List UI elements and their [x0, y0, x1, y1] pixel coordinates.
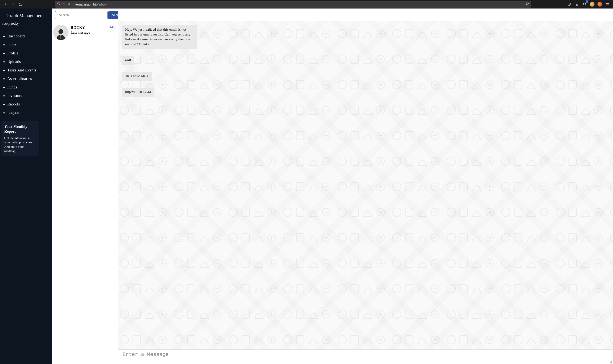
app-root: Graph Management rocky rocky Dashboard I… — [0, 9, 613, 364]
report-card-title: Your Monthly Report — [4, 124, 36, 134]
avatar — [53, 25, 68, 40]
search-input[interactable] — [55, 11, 108, 19]
conversation-last-label: Last message — [71, 30, 108, 35]
conversation-date: 14/2 — [110, 25, 116, 29]
conversation-info: ROCKY Last message — [71, 25, 108, 35]
chat-area: Hey, We just realized that this email is… — [118, 9, 613, 364]
message-bubble: Hey, We just realized that this email is… — [122, 25, 197, 49]
conversations-column: Search ROCKY Last message 14/2 — [52, 9, 118, 364]
address-bar[interactable]: internal.graph.htb/inbox — [55, 1, 531, 8]
nav-list: Dashboard Inbox Profile Uploads Tasks An… — [0, 32, 52, 117]
message-bubble: http://10.10.17.44 — [122, 88, 154, 97]
nav-logout[interactable]: Logout — [7, 108, 52, 117]
downloads-icon[interactable] — [573, 1, 580, 8]
reload-button[interactable] — [17, 1, 24, 8]
message-input[interactable] — [118, 350, 613, 363]
nav-dashboard[interactable]: Dashboard — [7, 32, 52, 40]
messages-list[interactable]: Hey, We just realized that this email is… — [118, 21, 613, 350]
shield-icon[interactable] — [57, 2, 60, 6]
sidebar: Graph Management rocky rocky Dashboard I… — [0, 9, 52, 364]
extensions-icon[interactable]: 5 — [581, 1, 588, 8]
browser-toolbar: internal.graph.htb/inbox 5 — [0, 0, 613, 9]
nav-profile[interactable]: Profile — [7, 49, 52, 57]
nav-asset-libraries[interactable]: Asset Libraries — [7, 74, 52, 83]
chat-header-spacer — [118, 9, 613, 21]
nav-inbox[interactable]: Inbox — [7, 40, 52, 49]
svg-point-4 — [58, 29, 63, 34]
nav-funds[interactable]: Funds — [7, 83, 52, 91]
nav-reports[interactable]: Reports — [7, 100, 52, 108]
svg-point-2 — [70, 3, 70, 4]
lock-insecure-icon[interactable] — [62, 2, 66, 6]
site-security-icons — [57, 2, 71, 6]
conversation-name: ROCKY — [71, 26, 108, 30]
report-card-body: Get the info about all your deals, pros,… — [4, 136, 36, 153]
bookmark-star-icon[interactable] — [525, 2, 529, 7]
nav-tasks-events[interactable]: Tasks And Events — [7, 66, 52, 74]
forward-button[interactable] — [10, 1, 17, 8]
back-button[interactable] — [2, 1, 9, 8]
search-row: Search — [52, 9, 118, 22]
message-bubble: <h1>hello</h1> — [122, 72, 152, 81]
svg-rect-5 — [61, 36, 61, 39]
permissions-icon[interactable] — [67, 2, 71, 6]
app-title: Graph Management — [0, 13, 52, 22]
profile-avatar-2[interactable] — [596, 1, 603, 8]
conversation-item[interactable]: ROCKY Last message 14/2 — [52, 22, 118, 43]
nav-investors[interactable]: Investors — [7, 91, 52, 100]
url-text: internal.graph.htb/inbox — [73, 2, 523, 6]
extension-badge-count: 5 — [586, 0, 588, 3]
svg-point-3 — [68, 4, 68, 5]
current-user: rocky rocky — [0, 22, 52, 32]
profile-avatar-1[interactable] — [589, 1, 596, 8]
message-bubble: asdf — [122, 56, 134, 65]
monthly-report-card: Your Monthly Report Get the info about a… — [1, 121, 39, 156]
pocket-icon[interactable] — [566, 1, 572, 8]
menu-icon[interactable] — [604, 1, 611, 8]
compose-area — [118, 350, 613, 364]
toolbar-right: 5 — [566, 1, 611, 8]
nav-uploads[interactable]: Uploads — [7, 57, 52, 66]
